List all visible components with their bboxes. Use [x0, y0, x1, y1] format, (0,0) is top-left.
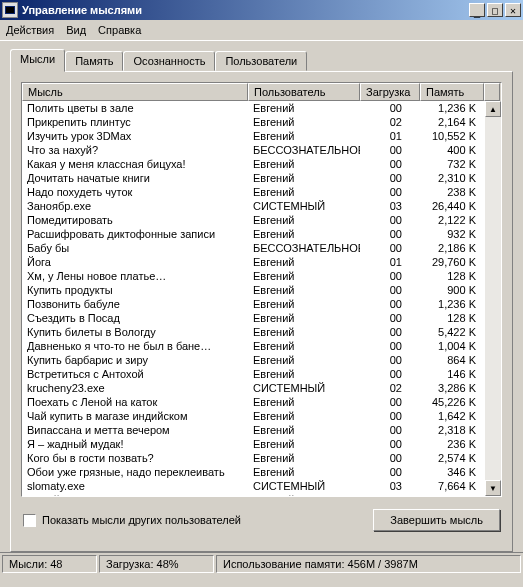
table-row[interactable]: Я – жадный мудак!Евгений00236 K [22, 437, 485, 451]
cell-thought: Заноябр.exe [22, 199, 248, 213]
cell-user: БЕССОЗНАТЕЛЬНОЕ [248, 143, 360, 157]
cell-user: Евгений [248, 115, 360, 129]
cell-load: 00 [360, 437, 420, 451]
cell-user: СИСТЕМНЫЙ [248, 381, 360, 395]
cell-memory: 346 K [420, 465, 484, 479]
cell-user: Евгений [248, 493, 360, 496]
listview-body[interactable]: Полить цветы в залеЕвгений001,236 KПрикр… [22, 101, 485, 496]
cell-load: 00 [360, 339, 420, 353]
cell-user: Евгений [248, 269, 360, 283]
cell-user: Евгений [248, 255, 360, 269]
cell-load: 00 [360, 227, 420, 241]
close-button[interactable]: ✕ [505, 3, 521, 17]
show-others-checkbox[interactable] [23, 514, 36, 527]
table-row[interactable]: Полить цветы в залеЕвгений001,236 K [22, 101, 485, 115]
cell-thought: Расшифровать диктофонные записи [22, 227, 248, 241]
table-row[interactable]: Какая у меня классная бицуха!Евгений0073… [22, 157, 485, 171]
table-row[interactable]: Давненько я что-то не был в бане…Евгений… [22, 339, 485, 353]
table-row[interactable]: Обои уже грязные, надо переклеиватьЕвген… [22, 465, 485, 479]
cell-memory: 7,664 K [420, 479, 484, 493]
menu-view[interactable]: Вид [66, 24, 86, 36]
cell-thought: Встретиться с Антохой [22, 367, 248, 381]
table-row[interactable]: Купить барбарис и зируЕвгений00864 K [22, 353, 485, 367]
vertical-scrollbar[interactable]: ▲ ▼ [485, 101, 501, 496]
scroll-up-button[interactable]: ▲ [485, 101, 501, 117]
cell-thought: Полить цветы в зале [22, 101, 248, 115]
tab-0[interactable]: Мысли [10, 49, 65, 72]
menu-help[interactable]: Справка [98, 24, 141, 36]
table-row[interactable]: ПомедитироватьЕвгений002,122 K [22, 213, 485, 227]
cell-memory: 236 K [420, 437, 484, 451]
col-thought[interactable]: Мысль [22, 83, 248, 101]
col-load[interactable]: Загрузка [360, 83, 420, 101]
cell-memory: 932 K [420, 227, 484, 241]
cell-memory: 10,552 K [420, 129, 484, 143]
cell-memory: 732 K [420, 157, 484, 171]
table-row[interactable]: Позвонить бабулеЕвгений001,236 K [22, 297, 485, 311]
table-row[interactable]: Випассана и метта вечеромЕвгений002,318 … [22, 423, 485, 437]
table-row[interactable]: Купить билеты в ВологдуЕвгений005,422 K [22, 325, 485, 339]
table-row[interactable]: Поехать с Леной на катокЕвгений0045,226 … [22, 395, 485, 409]
table-row[interactable]: Купить продуктыЕвгений00900 K [22, 283, 485, 297]
titlebar: Управление мыслями _ □ ✕ [0, 0, 523, 20]
cell-load: 00 [360, 241, 420, 255]
cell-thought: Купить барбарис и зиру [22, 353, 248, 367]
cell-thought: Что за нахуй? [22, 143, 248, 157]
tab-strip: МыслиПамятьОсознанностьПользователи [10, 49, 513, 71]
table-row[interactable]: Бабу быБЕССОЗНАТЕЛЬНОЕ002,186 K [22, 241, 485, 255]
cell-thought: Випассана и метта вечером [22, 423, 248, 437]
scroll-down-button[interactable]: ▼ [485, 480, 501, 496]
tab-2[interactable]: Осознанность [123, 51, 215, 71]
cell-thought: Хм, у Лены новое платье… [22, 269, 248, 283]
table-row[interactable]: Чай купить в магазе индийскомЕвгений001,… [22, 409, 485, 423]
table-row[interactable]: Съездить в ПосадЕвгений00128 K [22, 311, 485, 325]
menu-actions[interactable]: Действия [6, 24, 54, 36]
table-row[interactable]: slomaty.exeСИСТЕМНЫЙ037,664 K [22, 479, 485, 493]
cell-thought: Дочитать начатые книги [22, 171, 248, 185]
cell-load: 02 [360, 381, 420, 395]
table-row[interactable]: Хм, у Лены новое платье…Евгений00128 K [22, 269, 485, 283]
cell-load: 00 [360, 465, 420, 479]
table-row[interactable]: ЙогаЕвгений0129,760 K [22, 255, 485, 269]
col-user[interactable]: Пользователь [248, 83, 360, 101]
cell-load: 00 [360, 451, 420, 465]
tab-1[interactable]: Память [65, 51, 123, 71]
table-row[interactable]: Зимой так рано темнеетЕвгений00690 K [22, 493, 485, 496]
cell-user: Евгений [248, 311, 360, 325]
table-row[interactable]: Расшифровать диктофонные записиЕвгений00… [22, 227, 485, 241]
table-row[interactable]: krucheny23.exeСИСТЕМНЫЙ023,286 K [22, 381, 485, 395]
cell-memory: 864 K [420, 353, 484, 367]
tab-3[interactable]: Пользователи [215, 51, 307, 71]
table-row[interactable]: Кого бы в гости позвать?Евгений002,574 K [22, 451, 485, 465]
cell-load: 00 [360, 143, 420, 157]
window-title: Управление мыслями [22, 4, 467, 16]
cell-memory: 3,286 K [420, 381, 484, 395]
minimize-button[interactable]: _ [469, 3, 485, 17]
cell-thought: Изучить урок 3DMax [22, 129, 248, 143]
cell-load: 00 [360, 185, 420, 199]
cell-memory: 690 K [420, 493, 484, 496]
table-row[interactable]: Прикрепить плинтусЕвгений022,164 K [22, 115, 485, 129]
table-row[interactable]: Заноябр.exeСИСТЕМНЫЙ0326,440 K [22, 199, 485, 213]
table-row[interactable]: Встретиться с АнтохойЕвгений00146 K [22, 367, 485, 381]
end-thought-button[interactable]: Завершить мысль [373, 509, 500, 531]
cell-load: 00 [360, 423, 420, 437]
table-row[interactable]: Дочитать начатые книгиЕвгений002,310 K [22, 171, 485, 185]
maximize-button[interactable]: □ [487, 3, 503, 17]
cell-load: 00 [360, 171, 420, 185]
cell-load: 00 [360, 269, 420, 283]
status-load: Загрузка: 48% [99, 555, 214, 573]
table-row[interactable]: Изучить урок 3DMaxЕвгений0110,552 K [22, 129, 485, 143]
thoughts-listview: Мысль Пользователь Загрузка Память Полит… [21, 82, 502, 497]
table-row[interactable]: Надо похудеть чутокЕвгений00238 K [22, 185, 485, 199]
cell-memory: 1,236 K [420, 101, 484, 115]
cell-memory: 2,574 K [420, 451, 484, 465]
scroll-track[interactable] [485, 117, 501, 480]
table-row[interactable]: Что за нахуй?БЕССОЗНАТЕЛЬНОЕ00400 K [22, 143, 485, 157]
cell-user: Евгений [248, 129, 360, 143]
col-memory[interactable]: Память [420, 83, 484, 101]
cell-memory: 1,004 K [420, 339, 484, 353]
cell-thought: Прикрепить плинтус [22, 115, 248, 129]
cell-memory: 2,122 K [420, 213, 484, 227]
tab-content: Мысль Пользователь Загрузка Память Полит… [10, 71, 513, 552]
